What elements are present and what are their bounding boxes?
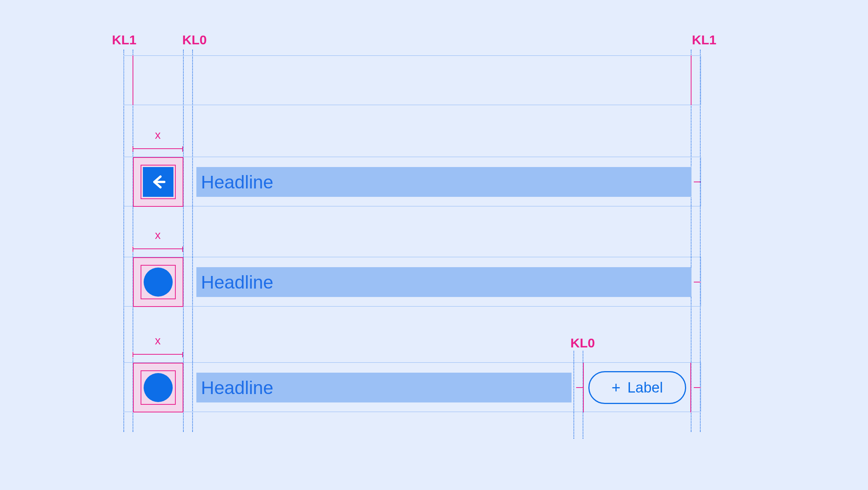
headline-area-3: Headline [196,373,572,402]
left-stub-chip [576,387,583,388]
dim-x-3 [133,354,183,355]
right-stub-3 [694,387,701,388]
arrow-back-icon [149,173,167,191]
keyline-label-kl0-left: KL0 [182,32,207,47]
dim-x-label-3: x [152,334,164,347]
action-chip[interactable]: + Label [588,371,686,404]
keyline-label-kl1-left: KL1 [112,32,136,47]
headline-area-2: Headline [196,267,691,297]
dim-x-label-2: x [152,229,164,242]
headline-area-1: Headline [196,167,691,197]
headline-text-1: Headline [201,172,273,193]
spacer-bar [123,55,701,105]
leading-avatar-2[interactable] [144,268,173,297]
keyline-label-kl0-chip: KL0 [570,336,595,350]
chip-label: Label [627,380,663,396]
leading-avatar-3[interactable] [144,373,173,402]
plus-icon: + [612,380,620,395]
dim-x-1 [133,148,183,149]
appbar-row-3: Headline + Label [123,362,701,412]
right-stub-2 [694,282,701,282]
dim-x-2 [133,248,183,249]
appbar-row-1: Headline [123,157,701,206]
spec-canvas: KL1 KL0 KL1 x Headline x Headline [123,0,701,490]
headline-text-2: Headline [201,272,273,293]
back-button[interactable] [143,167,173,197]
appbar-row-2: Headline [123,257,701,307]
headline-text-3: Headline [201,377,273,398]
dim-x-label-1: x [152,128,164,141]
right-stub-1 [694,182,701,182]
pink-guide-right-top [691,55,691,105]
pink-guide-left-top [133,55,133,105]
keyline-label-kl1-right: KL1 [692,32,716,47]
